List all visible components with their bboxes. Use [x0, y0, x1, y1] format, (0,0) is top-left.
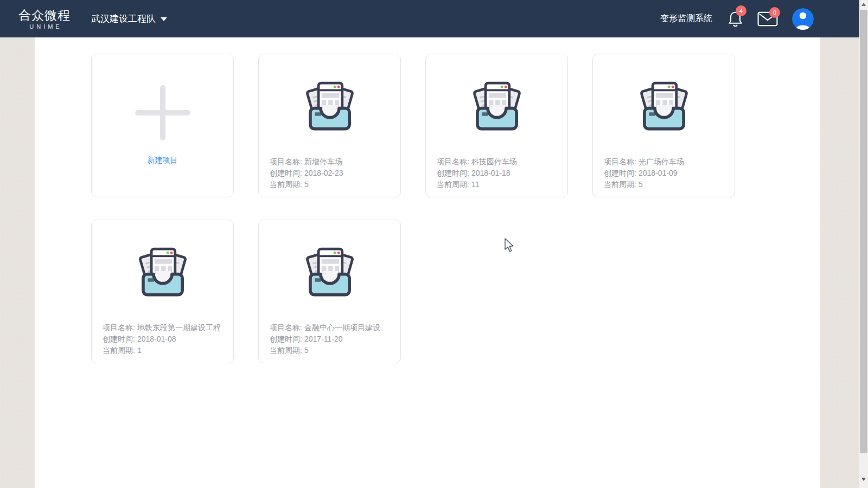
created-time-value: 2018-02-23: [304, 169, 343, 177]
page-margin-left: [0, 37, 35, 488]
project-info: 项目名称:金融中心一期项目建设 创建时间:2017-11-20 当前周期:5: [270, 322, 394, 356]
project-name-value: 科技园停车场: [471, 157, 517, 166]
app-header: 合众微程 UNIME 武汉建设工程队 变形监测系统 4 0: [0, 0, 868, 37]
user-avatar[interactable]: [792, 8, 814, 30]
project-name-value: 光广场停车场: [639, 157, 684, 166]
app-logo: 合众微程 UNIME: [18, 8, 71, 30]
chevron-down-icon: [161, 17, 167, 21]
current-cycle-value: 5: [304, 180, 309, 189]
project-info: 项目名称:光广场停车场 创建时间:2018-01-09 当前周期:5: [604, 156, 728, 190]
messages-button[interactable]: 0: [757, 11, 778, 27]
page-margin-right: [820, 37, 859, 488]
current-cycle-label: 当前周期:: [437, 180, 469, 189]
scroll-down-button[interactable]: [859, 475, 868, 484]
message-badge: 0: [769, 7, 780, 18]
project-card[interactable]: 项目名称:科技园停车场 创建时间:2018-01-18 当前周期:11: [425, 54, 568, 197]
project-name-label: 项目名称:: [103, 323, 135, 332]
created-time-label: 创建时间:: [270, 335, 302, 343]
project-tray-icon: [299, 241, 361, 299]
vertical-scrollbar[interactable]: [859, 0, 868, 488]
current-cycle-value: 5: [639, 180, 643, 189]
project-card[interactable]: 项目名称:光广场停车场 创建时间:2018-01-09 当前周期:5: [592, 54, 735, 197]
project-name-label: 项目名称:: [604, 157, 636, 166]
created-time-value: 2018-01-18: [471, 169, 510, 177]
team-selector-label: 武汉建设工程队: [91, 12, 156, 25]
project-info: 项目名称:科技园停车场 创建时间:2018-01-18 当前周期:11: [437, 156, 561, 190]
arrow-up-icon: [861, 3, 866, 6]
project-card[interactable]: 项目名称:地铁东段第一期建设工程 创建时间:2018-01-08 当前周期:1: [91, 220, 234, 363]
created-time-value: 2018-01-09: [639, 169, 678, 177]
project-name-label: 项目名称:: [270, 157, 302, 166]
logo-title: 合众微程: [18, 8, 71, 22]
project-tray-icon: [132, 241, 194, 299]
project-name-label: 项目名称:: [270, 323, 302, 332]
plus-icon: [135, 110, 190, 115]
current-cycle-label: 当前周期:: [604, 180, 636, 189]
project-info: 项目名称:新增停车场 创建时间:2018-02-23 当前周期:5: [270, 156, 394, 190]
project-tray-icon: [633, 75, 695, 133]
new-project-card[interactable]: 新建项目: [91, 54, 234, 197]
created-time-label: 创建时间:: [103, 335, 135, 343]
project-info: 项目名称:地铁东段第一期建设工程 创建时间:2018-01-08 当前周期:1: [103, 322, 227, 356]
current-cycle-label: 当前周期:: [103, 346, 135, 355]
project-tray-icon: [299, 75, 361, 133]
system-name: 变形监测系统: [660, 13, 712, 24]
arrow-down-icon: [861, 478, 866, 481]
created-time-value: 2017-11-20: [304, 335, 343, 343]
current-cycle-value: 1: [137, 346, 142, 355]
project-name-label: 项目名称:: [437, 157, 469, 166]
project-tray-icon: [466, 75, 528, 133]
project-name-value: 金融中心一期项目建设: [304, 323, 380, 332]
current-cycle-label: 当前周期:: [270, 346, 302, 355]
current-cycle-label: 当前周期:: [270, 180, 302, 189]
notification-badge: 4: [736, 5, 746, 16]
scroll-up-button[interactable]: [859, 0, 868, 9]
projects-grid: 新建项目 项目名称:新增停车场 创建时间:2018-02-23 当前周期:5 项…: [35, 37, 820, 488]
scrollbar-thumb[interactable]: [860, 10, 867, 453]
created-time-value: 2018-01-08: [137, 335, 176, 343]
project-card[interactable]: 项目名称:新增停车场 创建时间:2018-02-23 当前周期:5: [258, 54, 401, 197]
new-project-label: 新建项目: [92, 156, 233, 165]
logo-subtitle: UNIME: [27, 23, 62, 30]
user-icon: [792, 8, 814, 30]
created-time-label: 创建时间:: [437, 169, 469, 177]
notifications-button[interactable]: 4: [727, 10, 743, 28]
current-cycle-value: 5: [304, 346, 309, 355]
project-name-value: 地铁东段第一期建设工程: [137, 323, 221, 332]
team-selector[interactable]: 武汉建设工程队: [91, 12, 167, 25]
project-card[interactable]: 项目名称:金融中心一期项目建设 创建时间:2017-11-20 当前周期:5: [258, 220, 401, 363]
project-name-value: 新增停车场: [304, 157, 342, 166]
created-time-label: 创建时间:: [270, 169, 302, 177]
current-cycle-value: 11: [471, 180, 480, 189]
created-time-label: 创建时间:: [604, 169, 636, 177]
